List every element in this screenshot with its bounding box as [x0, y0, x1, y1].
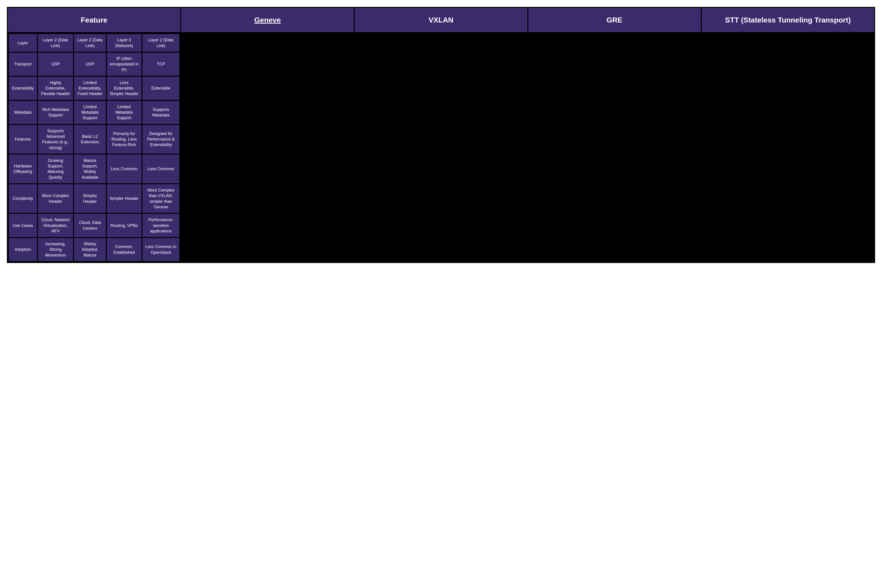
table-cell: Limited Metadata Support — [74, 101, 106, 124]
table-cell: Layer 2 (Data Link) — [74, 34, 106, 52]
table-row: AdoptionIncreasing, Strong MomentumWidel… — [9, 238, 179, 261]
table-cell: Mature Support, Widely Available — [74, 154, 106, 183]
table-header-row: Feature Geneve VXLAN GRE STT (Stateless … — [8, 8, 874, 32]
table-cell: IP (often encapsulated in IP) — [107, 52, 141, 76]
table-row: LayerLayer 2 (Data Link)Layer 2 (Data Li… — [9, 34, 179, 52]
table-cell: Performance-sensitive applications — [142, 214, 179, 237]
table-cell: Cloud, Data Centers — [74, 214, 106, 237]
row-label: Use Cases — [9, 214, 37, 237]
table-cell: Highly Extensible, Flexible Header — [38, 77, 73, 100]
table-row: MetadataRich Metadata SupportLimited Met… — [9, 101, 179, 124]
table-cell: Supports Advanced Features (e.g., slicin… — [38, 125, 73, 154]
table-cell: Increasing, Strong Momentum — [38, 238, 73, 261]
col-header-feature: Feature — [8, 8, 180, 32]
comparison-table: Feature Geneve VXLAN GRE STT (Stateless … — [7, 7, 875, 263]
table-row: ComplexityMore Complex HeaderSimpler Hea… — [9, 184, 179, 213]
table-cell: Less Common in OpenStack — [142, 238, 179, 261]
row-label: Extensibility — [9, 77, 37, 100]
table-cell: Supports Metadata — [142, 101, 179, 124]
col-header-stt: STT (Stateless Tunneling Transport) — [702, 8, 874, 32]
table-cell: Simpler Header — [107, 184, 141, 213]
row-label: Adoption — [9, 238, 37, 261]
table-cell: Routing, VPNs — [107, 214, 141, 237]
col-header-vxlan: VXLAN — [355, 8, 527, 32]
table-row: FeaturesSupports Advanced Features (e.g.… — [9, 125, 179, 154]
table-cell: Layer 3 (Network) — [107, 34, 141, 52]
table-row: TransportUDPUDPIP (often encapsulated in… — [9, 52, 179, 76]
row-label: Transport — [9, 52, 37, 76]
table-cell: Designed for Performance & Extensibility — [142, 125, 179, 154]
table-cell: TCP — [142, 52, 179, 76]
table-cell: More Complex Header — [38, 184, 73, 213]
table-body: LayerLayer 2 (Data Link)Layer 2 (Data Li… — [8, 33, 180, 262]
table-cell: Widely Adopted, Mature — [74, 238, 106, 261]
col-header-gre: GRE — [528, 8, 701, 32]
table-cell: Basic L2 Extension — [74, 125, 106, 154]
table-cell: Rich Metadata Support — [38, 101, 73, 124]
table-cell: More Complex than VXLAN, simpler than Ge… — [142, 184, 179, 213]
col-header-geneve: Geneve — [181, 8, 354, 32]
table-row: Hardware OffloadingGrowing Support, Matu… — [9, 154, 179, 183]
table-cell: Growing Support, Maturing Quickly — [38, 154, 73, 183]
table-cell: Common, Established — [107, 238, 141, 261]
table-cell: Primarily for Routing, Less Feature-Rich — [107, 125, 141, 154]
row-label: Complexity — [9, 184, 37, 213]
table-cell: UDP — [38, 52, 73, 76]
table-cell: Cloud, Network Virtualization, NFV — [38, 214, 73, 237]
table-cell: UDP — [74, 52, 106, 76]
row-label: Features — [9, 125, 37, 154]
table-cell: Layer 2 (Data Link) — [142, 34, 179, 52]
table-cell: Limited Extensibility, Fixed Header — [74, 77, 106, 100]
table-cell: Simpler Header — [74, 184, 106, 213]
table-row: Use CasesCloud, Network Virtualization, … — [9, 214, 179, 237]
table-cell: Less Common — [107, 154, 141, 183]
row-label: Layer — [9, 34, 37, 52]
row-label: Metadata — [9, 101, 37, 124]
table-cell: Limited Metadata Support — [107, 101, 141, 124]
table-cell: Layer 2 (Data Link) — [38, 34, 73, 52]
table-cell: Less Extensible, Simpler Header — [107, 77, 141, 100]
table-cell: Extensible — [142, 77, 179, 100]
row-label: Hardware Offloading — [9, 154, 37, 183]
table-cell: Less Common — [142, 154, 179, 183]
table-row: ExtensibilityHighly Extensible, Flexible… — [9, 77, 179, 100]
